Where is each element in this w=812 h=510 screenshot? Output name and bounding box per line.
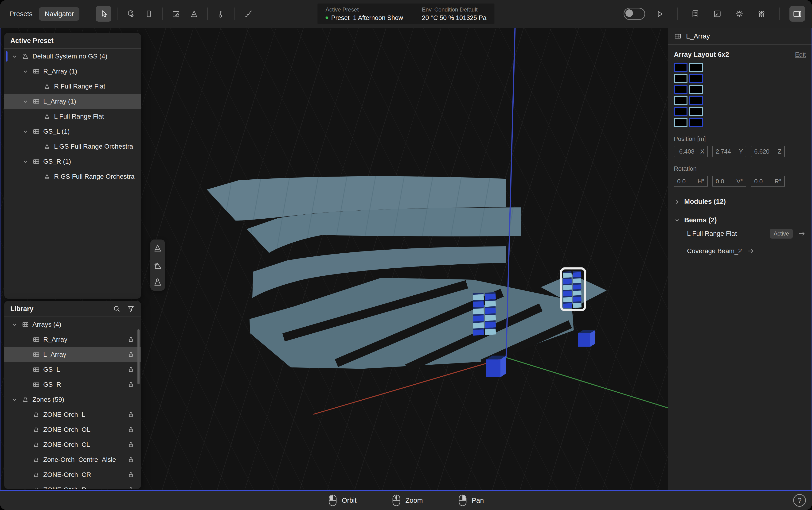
chevron-down-icon[interactable] — [9, 321, 20, 328]
panel-layout-button[interactable] — [789, 6, 805, 22]
lock-icon[interactable] — [127, 441, 135, 448]
position-input[interactable]: 2.744 Y — [713, 146, 746, 157]
workflow-button[interactable] — [709, 6, 725, 22]
edit-layout-link[interactable]: Edit — [795, 51, 806, 58]
tree-row[interactable]: L GS Full Range Orchestra — [4, 139, 141, 154]
tree-row[interactable]: R_Array (1) — [4, 64, 141, 79]
position-input[interactable]: 6.620 Z — [751, 146, 785, 157]
library-row[interactable]: GS_L — [4, 362, 141, 377]
chevron-down-icon[interactable] — [9, 53, 20, 60]
position-input[interactable]: -6.408 X — [674, 146, 708, 157]
help-button[interactable]: ? — [793, 494, 806, 507]
beam-row[interactable]: L Full Range Flat Active — [674, 226, 806, 241]
environment-tool-button[interactable] — [213, 6, 229, 22]
lock-icon[interactable] — [127, 471, 135, 478]
pen-icon — [244, 10, 253, 18]
array-cell[interactable] — [674, 107, 688, 116]
array-cell[interactable] — [689, 107, 703, 116]
lock-icon[interactable] — [127, 366, 135, 373]
array-cell[interactable] — [674, 118, 688, 127]
rotation-input[interactable]: 0.0 R° — [751, 176, 785, 187]
gear-icon — [735, 10, 744, 18]
library-row-label: ZONE-Orch_L — [43, 411, 85, 418]
beams-group-header[interactable]: Beams (2) — [674, 216, 806, 224]
array-layout-grid[interactable] — [674, 63, 703, 127]
chevron-down-icon[interactable] — [20, 68, 31, 75]
library-row[interactable]: L_Array — [4, 347, 141, 362]
tree-row[interactable]: L_Array (1) — [4, 94, 141, 109]
arrow-right-icon[interactable] — [747, 247, 755, 255]
listener-view-button[interactable] — [152, 277, 163, 288]
compute-toggle[interactable] — [624, 8, 645, 20]
library-row[interactable]: ZONE-Orch_CL — [4, 437, 141, 452]
tree-row[interactable]: GS_R (1) — [4, 154, 141, 169]
triangle-lines-icon — [153, 243, 162, 253]
beam-return-button[interactable] — [152, 260, 163, 270]
chevron-down-icon[interactable] — [9, 396, 20, 403]
library-row[interactable]: ZONE-Orch_OL — [4, 422, 141, 437]
beam-row[interactable]: Coverage Beam_2 — [674, 243, 806, 259]
settings-button[interactable] — [732, 6, 747, 22]
surface-tool-button[interactable] — [141, 6, 156, 22]
library-row[interactable]: GS_R — [4, 377, 141, 392]
tree-row[interactable]: L Full Range Flat — [4, 109, 141, 124]
chevron-down-icon[interactable] — [20, 128, 31, 135]
lock-icon[interactable] — [127, 411, 135, 418]
tree-row[interactable]: GS_L (1) — [4, 124, 141, 139]
lock-icon[interactable] — [127, 381, 135, 388]
select-tool-button[interactable] — [96, 6, 111, 22]
library-row[interactable]: Arrays (4) — [4, 317, 141, 332]
rotation-input[interactable]: 0.0 H° — [674, 176, 708, 187]
active-preset-infobox[interactable]: Active Preset Preset_1 Afternoon Show En… — [317, 3, 494, 24]
presets-menu[interactable]: Presets — [9, 10, 32, 18]
balcony-surfaces[interactable] — [207, 176, 521, 298]
array-cell[interactable] — [674, 96, 688, 105]
tree-row-label: R_Array (1) — [43, 68, 77, 75]
lock-icon[interactable] — [127, 351, 135, 358]
navigator-button[interactable]: Navigator — [39, 7, 80, 21]
lock-icon[interactable] — [127, 426, 135, 433]
array-cell[interactable] — [689, 63, 703, 72]
play-button[interactable] — [652, 6, 667, 22]
tuning-button[interactable] — [754, 6, 769, 22]
library-row[interactable]: ZONE-Orch_CR — [4, 467, 141, 482]
chevron-down-icon[interactable] — [20, 158, 31, 165]
floor-zones[interactable] — [250, 274, 607, 369]
library-row[interactable]: ZONE-Orch_L — [4, 407, 141, 422]
report-button[interactable] — [688, 6, 703, 22]
array-cell[interactable] — [689, 96, 703, 105]
library-row[interactable]: Zone-Orch_Centre_Aisle — [4, 452, 141, 467]
array-cell[interactable] — [674, 85, 688, 94]
arrow-right-icon[interactable] — [798, 230, 806, 238]
measure-tool-button[interactable] — [123, 6, 139, 22]
zone-draw-tool-button[interactable] — [168, 6, 184, 22]
sub-speaker-box[interactable] — [486, 356, 506, 377]
array-cell[interactable] — [674, 74, 688, 83]
search-icon[interactable] — [113, 305, 121, 313]
array-cell[interactable] — [689, 118, 703, 127]
tree-row[interactable]: Default System no GS (4) — [4, 49, 141, 64]
library-scrollbar[interactable] — [138, 329, 140, 384]
lock-icon[interactable] — [127, 486, 135, 489]
array-visibility-button[interactable] — [152, 243, 163, 253]
library-row[interactable]: Zones (59) — [4, 392, 141, 407]
annotate-tool-button[interactable] — [240, 6, 256, 22]
tree-row[interactable]: R Full Range Flat — [4, 79, 141, 94]
library-tree: Arrays (4) R_Array — [4, 317, 141, 489]
tree-row[interactable]: R GS Full Range Orchestra — [4, 169, 141, 184]
rotation-input[interactable]: 0.0 V° — [713, 176, 746, 187]
sub-speaker-box[interactable] — [578, 330, 595, 347]
filter-icon[interactable] — [127, 305, 135, 313]
mouse-icon — [328, 494, 337, 507]
lock-icon[interactable] — [127, 336, 135, 343]
array-cell[interactable] — [674, 63, 688, 72]
lock-icon[interactable] — [127, 456, 135, 463]
library-row[interactable]: R_Array — [4, 332, 141, 347]
chevron-down-icon[interactable] — [20, 98, 31, 105]
mouse-hint: Orbit — [328, 494, 357, 507]
speaker-tool-button[interactable] — [186, 6, 202, 22]
array-cell[interactable] — [689, 85, 703, 94]
array-cell[interactable] — [689, 74, 703, 83]
library-row[interactable]: ZONE-Orch_R — [4, 482, 141, 489]
modules-group-header[interactable]: Modules (12) — [674, 198, 806, 206]
